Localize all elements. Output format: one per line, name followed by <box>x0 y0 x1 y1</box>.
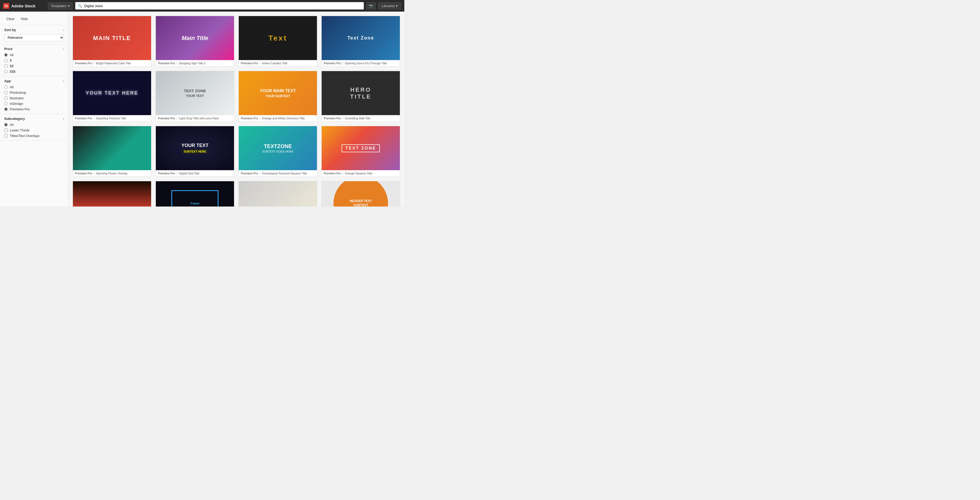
card-thumbnail-16: HEADER TEXTSUBTEXT <box>322 181 400 206</box>
camera-button[interactable]: 📷 <box>366 2 375 10</box>
card-7[interactable]: YOUR MAIN TEXTYOUR SUBTEXT Premiere Pro … <box>239 71 317 122</box>
card-14[interactable]: Frame Premiere Pro / Screen Frame Title <box>156 181 234 206</box>
sidebar: Clear Hide Sort by ‹ Relevance Newest Po… <box>0 11 68 206</box>
card-thumbnail-9 <box>73 126 151 170</box>
card-thumbnail-14: Frame <box>156 181 234 206</box>
card-4[interactable]: Text Zone Premiere Pro / Opening Doors F… <box>321 16 400 67</box>
adobe-stock-logo: St <box>3 3 9 9</box>
card-label-10: Premiere Pro / Digital Grid Title <box>156 170 234 176</box>
card-label-5: Premiere Pro / Sparkling Particles Title <box>73 115 151 121</box>
libraries-button[interactable]: Libraries ▾ <box>378 2 401 10</box>
card-10[interactable]: YOUR TEXTSUBTEXT HERE Premiere Pro / Dig… <box>156 126 234 177</box>
sort-by-section: Sort by ‹ Relevance Newest Popular <box>0 25 68 44</box>
price-header[interactable]: Price ‹ <box>4 47 64 51</box>
card-label-4: Premiere Pro / Opening Doors Fly-Through… <box>322 60 400 66</box>
clear-button[interactable]: Clear <box>4 16 17 22</box>
sort-by-arrow: ‹ <box>63 29 64 32</box>
app-section: App ‹ All Photoshop Illustrator InDesign… <box>0 77 68 114</box>
sort-select[interactable]: Relevance Newest Popular <box>4 34 64 42</box>
templates-label: Templates <box>51 4 66 8</box>
subcategory-all[interactable]: All <box>4 123 64 127</box>
card-9[interactable]: Premiere Pro / Spinning Flower Overlay <box>73 126 151 177</box>
subcategory-header[interactable]: Subcategory ‹ <box>4 117 64 121</box>
price-label: Price <box>4 47 13 51</box>
chevron-down-icon: ▾ <box>68 4 70 8</box>
content-area: MAIN TITLE Premiere Pro / Bright Pattern… <box>68 11 404 206</box>
card-thumbnail-4: Text Zone <box>322 16 400 60</box>
header: St Adobe Stock Templates ▾ 🔍 📷 Libraries… <box>0 0 404 11</box>
app-arrow: ‹ <box>63 80 64 83</box>
card-thumbnail-3: Text <box>239 16 317 60</box>
card-label-1: Premiere Pro / Bright Patterned Cube Tit… <box>73 60 151 66</box>
search-bar: 🔍 <box>75 2 364 10</box>
logo-area: St Adobe Stock <box>3 3 45 9</box>
app-header[interactable]: App ‹ <box>4 79 64 83</box>
price-dollar[interactable]: $ <box>4 59 64 62</box>
results-grid: MAIN TITLE Premiere Pro / Bright Pattern… <box>73 16 400 206</box>
app-illustrator[interactable]: Illustrator <box>4 96 64 100</box>
card-thumbnail-6: TEXT ZONEYOUR TEXT <box>156 71 234 115</box>
subcategory-arrow: ‹ <box>63 117 64 120</box>
app-indesign[interactable]: InDesign <box>4 102 64 105</box>
card-5[interactable]: YOUR TEXT HERE Premiere Pro / Sparkling … <box>73 71 151 122</box>
app-photoshop[interactable]: Photoshop <box>4 91 64 94</box>
card-11[interactable]: TEXTZONESUBTEXT GOES HERE Premiere Pro /… <box>239 126 317 177</box>
card-label-11: Premiere Pro / Overlapping Textured Squa… <box>239 170 317 176</box>
chevron-down-icon-libraries: ▾ <box>396 4 398 8</box>
hide-button[interactable]: Hide <box>19 16 30 22</box>
search-icon: 🔍 <box>78 4 82 8</box>
card-13[interactable]: Premiere Pro / Fire Title <box>73 181 151 206</box>
subcategory-titles[interactable]: Titles/Text Overlays <box>4 134 64 138</box>
price-dollar-dollar-dollar[interactable]: $$$ <box>4 70 64 73</box>
card-label-6: Premiere Pro / Light Gray Title with Len… <box>156 115 234 121</box>
card-thumbnail-2: Main Title <box>156 16 234 60</box>
search-input[interactable] <box>84 4 361 8</box>
sort-by-header[interactable]: Sort by ‹ <box>4 28 64 32</box>
card-16[interactable]: HEADER TEXTSUBTEXT Premiere Pro / Header… <box>321 181 400 206</box>
subcategory-radio-group: All Lower Thirds Titles/Text Overlays <box>4 123 64 138</box>
card-thumbnail-10: YOUR TEXTSUBTEXT HERE <box>156 126 234 170</box>
card-thumbnail-12: TEXT ZONE <box>322 126 400 170</box>
card-thumbnail-1: MAIN TITLE <box>73 16 151 60</box>
card-8[interactable]: HEROTITLE Premiere Pro / Crumbling Wall … <box>321 71 400 122</box>
card-thumbnail-5: YOUR TEXT HERE <box>73 71 151 115</box>
card-thumbnail-15 <box>239 181 317 206</box>
app-radio-group: All Photoshop Illustrator InDesign Premi… <box>4 85 64 111</box>
app-name: Adobe Stock <box>11 4 35 8</box>
price-arrow: ‹ <box>63 48 64 51</box>
price-section: Price ‹ All $ $$ $$$ <box>0 44 68 77</box>
card-12[interactable]: TEXT ZONE Premiere Pro / Orange Squares … <box>321 126 400 177</box>
card-thumbnail-8: HEROTITLE <box>322 71 400 115</box>
main-layout: Clear Hide Sort by ‹ Relevance Newest Po… <box>0 11 404 206</box>
app-label: App <box>4 79 11 83</box>
card-1[interactable]: MAIN TITLE Premiere Pro / Bright Pattern… <box>73 16 151 67</box>
app-premiere-pro[interactable]: Premiere Pro <box>4 107 64 111</box>
price-all[interactable]: All <box>4 53 64 57</box>
sort-by-label: Sort by <box>4 28 16 32</box>
price-radio-group: All $ $$ $$$ <box>4 53 64 73</box>
templates-dropdown[interactable]: Templates ▾ <box>48 2 73 10</box>
card-3[interactable]: Text Premiere Pro / Votive Candles Title <box>239 16 317 67</box>
card-label-9: Premiere Pro / Spinning Flower Overlay <box>73 170 151 176</box>
card-label-3: Premiere Pro / Votive Candles Title <box>239 60 317 66</box>
sidebar-actions: Clear Hide <box>0 14 68 25</box>
card-6[interactable]: TEXT ZONEYOUR TEXT Premiere Pro / Light … <box>156 71 234 122</box>
card-thumbnail-13 <box>73 181 151 206</box>
card-thumbnail-11: TEXTZONESUBTEXT GOES HERE <box>239 126 317 170</box>
price-dollar-dollar[interactable]: $$ <box>4 64 64 68</box>
card-thumbnail-7: YOUR MAIN TEXTYOUR SUBTEXT <box>239 71 317 115</box>
card-label-8: Premiere Pro / Crumbling Wall Title <box>322 115 400 121</box>
card-15[interactable]: Premiere Pro / Light Rays Title <box>239 181 317 206</box>
app-all[interactable]: All <box>4 85 64 89</box>
card-label-2: Premiere Pro / Dangling Sign Title 2 <box>156 60 234 66</box>
libraries-label: Libraries <box>382 4 395 8</box>
subcategory-section: Subcategory ‹ All Lower Thirds Titles/Te… <box>0 114 68 141</box>
card-label-12: Premiere Pro / Orange Squares Title <box>322 170 400 176</box>
card-2[interactable]: Main Title Premiere Pro / Dangling Sign … <box>156 16 234 67</box>
subcategory-lower-thirds[interactable]: Lower Thirds <box>4 128 64 132</box>
subcategory-label: Subcategory <box>4 117 25 121</box>
card-label-7: Premiere Pro / Orange and White Chevrons… <box>239 115 317 121</box>
